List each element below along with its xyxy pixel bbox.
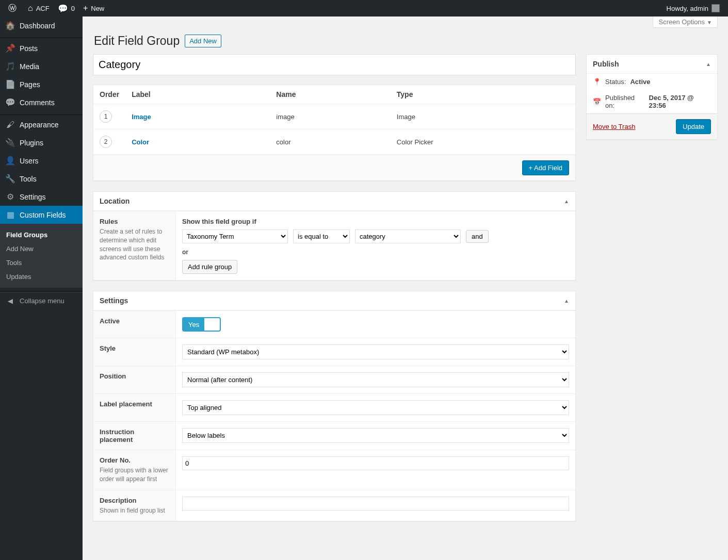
description-label: Description <box>100 497 169 504</box>
screen-options-button[interactable]: Screen Options▼ <box>653 17 718 28</box>
settings-postbox: Settings ▲ Active Yes Style <box>93 291 576 521</box>
toggle-icon[interactable]: ▲ <box>706 61 711 67</box>
menu-users[interactable]: 👤Users <box>0 152 83 170</box>
collapse-menu[interactable]: ◀Collapse menu <box>0 292 83 309</box>
order-no-input[interactable] <box>182 456 569 470</box>
menu-media[interactable]: 🎵Media <box>0 57 83 75</box>
plug-icon: 🔌 <box>5 138 15 147</box>
content: Screen Options▼ Edit Field Group Add New… <box>83 17 728 560</box>
plus-icon: + <box>83 4 88 13</box>
order-no-hint: Field groups with a lower order will app… <box>100 466 169 484</box>
menu-pages[interactable]: 📄Pages <box>0 75 83 93</box>
page-title: Edit Field Group <box>94 34 180 48</box>
submenu-custom-fields: Field Groups Add New Tools Updates <box>0 224 83 288</box>
comments-count: 0 <box>71 5 75 12</box>
show-if-label: Show this field group if <box>182 218 569 225</box>
menu-comments[interactable]: 💬Comments <box>0 93 83 111</box>
or-label: or <box>182 249 569 256</box>
menu-posts[interactable]: 📌Posts <box>0 39 83 57</box>
position-label: Position <box>100 372 169 380</box>
user-icon: 👤 <box>5 156 15 166</box>
position-select[interactable]: Normal (after content) <box>182 372 569 387</box>
table-row[interactable]: 1 Image image Image <box>93 104 575 129</box>
wrench-icon: 🔧 <box>5 174 15 184</box>
order-handle[interactable]: 2 <box>100 136 112 148</box>
menu-appearance[interactable]: 🖌Appearance <box>0 116 83 134</box>
pin-icon: 📌 <box>5 43 15 53</box>
field-name: image <box>270 104 391 129</box>
move-to-trash-link[interactable]: Move to Trash <box>593 123 635 130</box>
order-handle[interactable]: 1 <box>100 110 112 123</box>
new-link[interactable]: +New <box>79 0 108 17</box>
key-icon: 📍 <box>593 78 601 86</box>
menu-dashboard[interactable]: 🏠Dashboard <box>0 17 83 35</box>
update-button[interactable]: Update <box>676 119 711 134</box>
th-name: Name <box>270 85 391 104</box>
rule-operator-select[interactable]: is equal to <box>293 229 350 243</box>
field-label-link[interactable]: Image <box>132 113 151 121</box>
style-select[interactable]: Standard (WP metabox) <box>182 344 569 359</box>
submenu-tools[interactable]: Tools <box>0 256 83 270</box>
wp-logo[interactable]: ⓦ <box>4 0 24 17</box>
wordpress-icon: ⓦ <box>8 3 17 14</box>
home-icon: ⌂ <box>28 4 33 13</box>
menu-settings[interactable]: ⚙Settings <box>0 188 83 206</box>
gauge-icon: 🏠 <box>5 21 15 30</box>
admin-sidebar: 🏠Dashboard 📌Posts 🎵Media 📄Pages 💬Comment… <box>0 17 83 560</box>
table-row[interactable]: 2 Color color Color Picker <box>93 129 575 155</box>
th-type: Type <box>391 85 575 104</box>
site-name: ACF <box>36 5 50 12</box>
add-new-button[interactable]: Add New <box>185 35 221 47</box>
field-label-link[interactable]: Color <box>132 138 149 146</box>
rules-hint: Create a set of rules to determine which… <box>100 227 169 262</box>
description-input[interactable] <box>182 497 569 510</box>
th-order: Order <box>93 85 125 104</box>
group-title-input[interactable] <box>93 54 576 75</box>
label-placement-select[interactable]: Top aligned <box>182 400 569 415</box>
toggle-knob <box>204 318 220 331</box>
location-title: Location <box>100 197 130 205</box>
add-rule-group-button[interactable]: Add rule group <box>182 260 237 274</box>
active-label: Active <box>100 317 169 325</box>
add-field-button[interactable]: + Add Field <box>522 160 569 175</box>
layout-icon: ▦ <box>5 210 15 220</box>
active-toggle[interactable]: Yes <box>182 317 221 332</box>
fields-table: Order Label Name Type 1 Image image <box>93 85 575 155</box>
menu-plugins[interactable]: 🔌Plugins <box>0 134 83 152</box>
brush-icon: 🖌 <box>5 120 15 129</box>
field-type: Image <box>391 104 575 129</box>
rule-and-button[interactable]: and <box>466 230 489 243</box>
submenu-updates[interactable]: Updates <box>0 270 83 284</box>
comments-link[interactable]: 💬0 <box>54 0 79 17</box>
rule-param-select[interactable]: Taxonomy Term <box>182 229 288 243</box>
howdy-link[interactable]: Howdy, admin <box>662 0 724 17</box>
page-icon: 📄 <box>5 79 15 89</box>
location-postbox: Location ▲ Rules Create a set of rules t… <box>93 191 576 281</box>
menu-tools[interactable]: 🔧Tools <box>0 170 83 188</box>
published-on-value: Dec 5, 2017 @ 23:56 <box>649 94 711 109</box>
field-name: color <box>270 129 391 155</box>
menu-custom-fields[interactable]: ▦Custom Fields <box>0 206 83 224</box>
admin-topbar: ⓦ ⌂ACF 💬0 +New Howdy, admin <box>0 0 728 17</box>
howdy-text: Howdy, admin <box>667 5 708 12</box>
toggle-yes: Yes <box>183 318 204 331</box>
media-icon: 🎵 <box>5 61 15 71</box>
instruction-placement-select[interactable]: Below labels <box>182 428 569 443</box>
status-value: Active <box>630 78 650 86</box>
published-on-label: Published on: <box>605 94 645 109</box>
comment-icon: 💬 <box>58 4 68 13</box>
site-name-link[interactable]: ⌂ACF <box>24 0 54 17</box>
calendar-icon: 📅 <box>593 98 601 106</box>
field-type: Color Picker <box>391 129 575 155</box>
rule-value-select[interactable]: category <box>355 229 461 243</box>
instruction-placement-label: Instruction placement <box>100 428 169 443</box>
sliders-icon: ⚙ <box>5 192 15 202</box>
submenu-field-groups[interactable]: Field Groups <box>0 228 83 242</box>
order-no-label: Order No. <box>100 456 169 464</box>
settings-title: Settings <box>100 297 128 305</box>
chevron-down-icon: ▼ <box>707 20 712 25</box>
new-label: New <box>91 5 104 12</box>
toggle-icon[interactable]: ▲ <box>564 199 569 204</box>
toggle-icon[interactable]: ▲ <box>564 298 569 304</box>
submenu-add-new[interactable]: Add New <box>0 242 83 256</box>
